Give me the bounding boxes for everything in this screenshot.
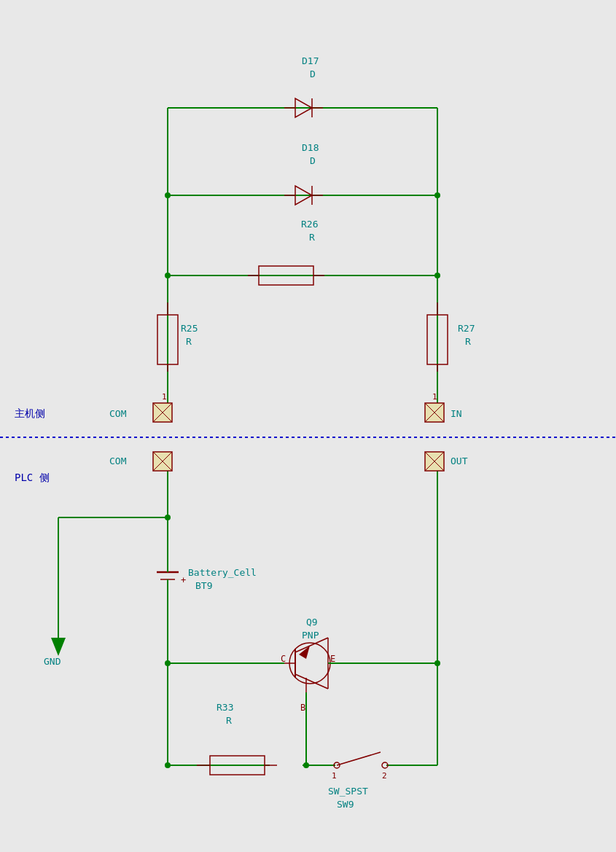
svg-text:PNP: PNP — [302, 630, 319, 641]
svg-text:2: 2 — [382, 771, 387, 781]
svg-text:1: 1 — [432, 392, 437, 402]
svg-text:Q9: Q9 — [306, 617, 318, 628]
svg-text:COM: COM — [109, 408, 127, 419]
svg-text:COM: COM — [109, 456, 127, 466]
svg-text:主机侧: 主机侧 — [15, 407, 45, 419]
svg-text:Battery_Cell: Battery_Cell — [188, 567, 257, 578]
svg-text:B: B — [300, 703, 305, 713]
svg-text:R26: R26 — [301, 219, 318, 230]
svg-text:R: R — [309, 232, 315, 243]
svg-text:E: E — [330, 654, 335, 664]
svg-text:+: + — [181, 575, 186, 585]
svg-point-6 — [434, 192, 440, 198]
svg-text:IN: IN — [451, 408, 462, 419]
svg-text:R25: R25 — [181, 323, 198, 334]
svg-text:PLC 侧: PLC 侧 — [15, 472, 50, 483]
svg-text:R: R — [226, 715, 232, 726]
svg-text:D: D — [310, 155, 316, 166]
svg-text:R: R — [186, 336, 192, 347]
svg-text:D17: D17 — [302, 55, 319, 66]
svg-text:1: 1 — [332, 771, 337, 781]
svg-text:GND: GND — [44, 656, 61, 667]
svg-text:D: D — [310, 69, 316, 79]
svg-text:SW_SPST: SW_SPST — [328, 786, 368, 797]
svg-text:R: R — [465, 336, 471, 347]
schematic-canvas: 1 1 1 1 + C E B — [0, 0, 616, 852]
svg-rect-0 — [0, 0, 616, 852]
svg-text:BT9: BT9 — [195, 580, 212, 591]
svg-text:OUT: OUT — [451, 456, 468, 466]
svg-text:R33: R33 — [217, 702, 233, 713]
svg-text:SW9: SW9 — [337, 799, 354, 810]
svg-text:1: 1 — [162, 392, 167, 402]
svg-point-30 — [303, 762, 309, 768]
svg-point-5 — [165, 192, 171, 198]
svg-text:C: C — [281, 654, 286, 664]
svg-text:R27: R27 — [458, 323, 475, 334]
svg-text:D18: D18 — [302, 142, 319, 153]
